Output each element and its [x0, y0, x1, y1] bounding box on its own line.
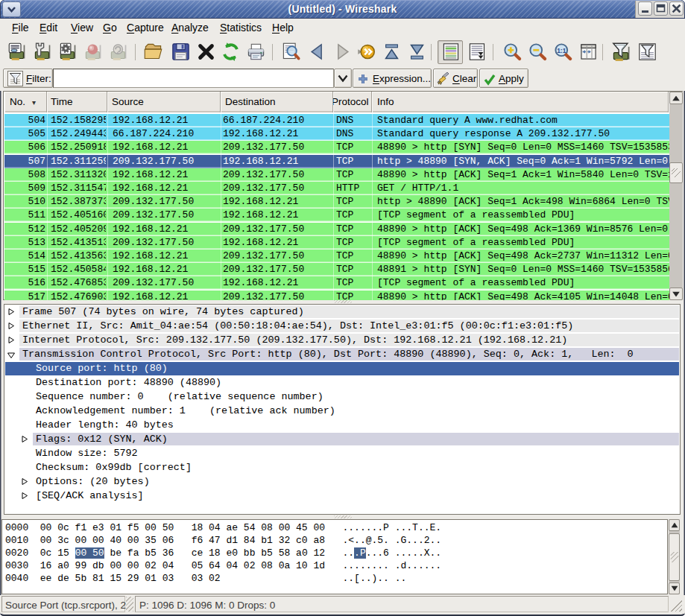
svg-text:1:1: 1:1 [557, 47, 566, 54]
